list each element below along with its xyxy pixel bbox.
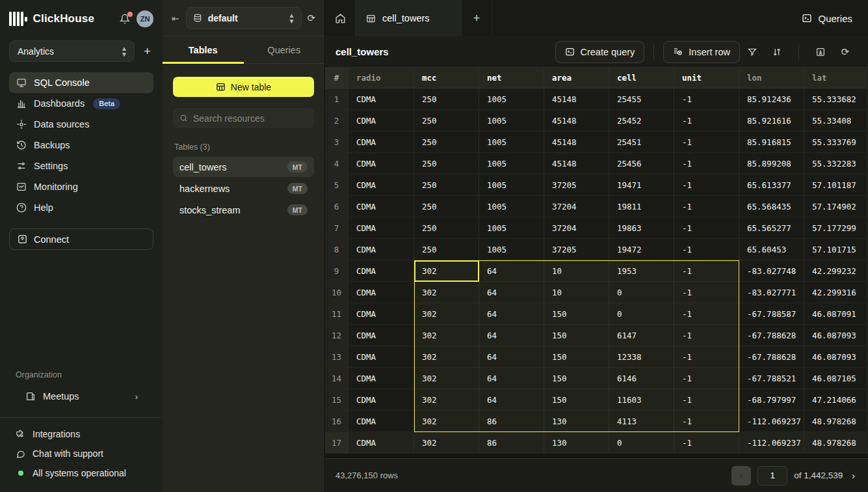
table-cell[interactable]: 64 — [479, 389, 544, 411]
add-service-button[interactable]: + — [141, 44, 153, 59]
service-selector[interactable]: Analytics ▲▼ — [9, 40, 135, 62]
table-list-item-stocks-stream[interactable]: stocks_stream MT — [173, 200, 314, 220]
table-cell[interactable]: CDMA — [349, 303, 414, 325]
connect-button[interactable]: Connect — [9, 228, 153, 250]
table-cell[interactable]: 57.101187 — [804, 174, 867, 196]
table-cell[interactable]: 1005 — [479, 110, 544, 131]
page-number-input[interactable] — [757, 466, 787, 485]
table-cell[interactable]: 1005 — [479, 196, 544, 217]
table-list-item-hackernews[interactable]: hackernews MT — [173, 178, 314, 198]
table-list-item-cell-towers[interactable]: cell_towers MT — [173, 157, 314, 177]
table-cell[interactable]: 64 — [479, 325, 544, 346]
table-cell[interactable]: -1 — [674, 89, 739, 110]
table-cell[interactable]: -67.788628 — [739, 346, 804, 368]
table-cell[interactable]: 302 — [414, 325, 479, 346]
table-cell[interactable]: CDMA — [349, 325, 414, 346]
table-cell[interactable]: 302 — [414, 282, 479, 303]
table-cell[interactable]: 86 — [479, 411, 544, 432]
table-cell[interactable]: 45148 — [544, 89, 609, 110]
table-cell[interactable]: 25455 — [609, 89, 674, 110]
table-cell[interactable]: 19811 — [609, 196, 674, 217]
table-cell[interactable]: 46.087093 — [804, 346, 867, 368]
database-selector[interactable]: default ▲▼ — [186, 7, 302, 29]
table-cell[interactable]: 25456 — [609, 153, 674, 174]
table-cell[interactable]: CDMA — [349, 89, 414, 110]
prev-page-button[interactable]: ‹ — [731, 466, 751, 485]
table-cell[interactable]: 150 — [544, 368, 609, 389]
column-header-unit[interactable]: unit — [674, 68, 739, 89]
table-cell[interactable]: 1005 — [479, 174, 544, 196]
table-cell[interactable]: CDMA — [349, 282, 414, 303]
tab-queries[interactable]: Queries — [244, 36, 325, 63]
table-cell[interactable]: 250 — [414, 110, 479, 131]
table-cell[interactable]: -68.797997 — [739, 389, 804, 411]
table-cell[interactable]: 57.174902 — [804, 196, 867, 217]
table-cell[interactable]: -1 — [674, 217, 739, 239]
table-cell[interactable]: 0 — [609, 282, 674, 303]
table-cell[interactable]: 57.101715 — [804, 239, 867, 260]
table-cell[interactable]: 130 — [544, 411, 609, 432]
column-header-cell[interactable]: cell — [609, 68, 674, 89]
add-tab-button[interactable]: + — [462, 0, 492, 36]
table-cell[interactable]: 302 — [414, 432, 479, 454]
table-cell[interactable]: 42.299232 — [804, 260, 867, 282]
column-header-mcc[interactable]: mcc — [414, 68, 479, 89]
table-cell[interactable]: 37204 — [544, 196, 609, 217]
table-cell[interactable]: CDMA — [349, 217, 414, 239]
table-cell[interactable]: CDMA — [349, 196, 414, 217]
table-cell[interactable]: 65.613377 — [739, 174, 804, 196]
avatar[interactable]: ZN — [137, 10, 153, 27]
table-cell[interactable]: CDMA — [349, 432, 414, 454]
table-cell[interactable]: 302 — [414, 260, 479, 282]
table-cell[interactable]: 85.899208 — [739, 153, 804, 174]
table-cell[interactable]: 150 — [544, 389, 609, 411]
table-cell[interactable]: -83.027748 — [739, 260, 804, 282]
table-cell[interactable]: 250 — [414, 89, 479, 110]
table-cell[interactable]: -1 — [674, 303, 739, 325]
table-cell[interactable]: 65.60453 — [739, 239, 804, 260]
table-cell[interactable]: 65.565277 — [739, 217, 804, 239]
table-cell[interactable]: CDMA — [349, 239, 414, 260]
table-cell[interactable]: 48.978268 — [804, 411, 867, 432]
column-header-area[interactable]: area — [544, 68, 609, 89]
table-cell[interactable]: -112.069237 — [739, 411, 804, 432]
sidebar-item-data-sources[interactable]: Data sources — [9, 114, 153, 135]
table-cell[interactable]: 150 — [544, 325, 609, 346]
table-cell[interactable]: -67.788628 — [739, 325, 804, 346]
table-cell[interactable]: -1 — [674, 368, 739, 389]
table-cell[interactable]: 1005 — [479, 217, 544, 239]
table-cell[interactable]: 250 — [414, 174, 479, 196]
table-cell[interactable]: CDMA — [349, 411, 414, 432]
notifications-bell-icon[interactable] — [120, 14, 130, 24]
table-cell[interactable]: -112.069237 — [739, 432, 804, 454]
column-header-rownum[interactable]: # — [325, 68, 349, 89]
collapse-panel-icon[interactable]: ⇤ — [172, 13, 179, 23]
table-cell[interactable]: 64 — [479, 282, 544, 303]
column-header-net[interactable]: net — [479, 68, 544, 89]
table-cell[interactable]: CDMA — [349, 174, 414, 196]
refresh-tables-icon[interactable]: ⟳ — [307, 12, 315, 24]
table-cell[interactable]: 48.978268 — [804, 432, 867, 454]
table-cell[interactable]: -1 — [674, 239, 739, 260]
create-query-button[interactable]: Create query — [555, 41, 645, 63]
table-cell[interactable]: CDMA — [349, 131, 414, 153]
refresh-icon[interactable]: ⟳ — [833, 41, 858, 63]
table-cell[interactable]: 55.33408 — [804, 110, 867, 131]
table-cell[interactable]: 302 — [414, 389, 479, 411]
table-cell[interactable]: 57.177299 — [804, 217, 867, 239]
column-header-lat[interactable]: lat — [804, 68, 867, 89]
table-cell[interactable]: CDMA — [349, 260, 414, 282]
table-cell[interactable]: 19863 — [609, 217, 674, 239]
table-cell[interactable]: 150 — [544, 346, 609, 368]
column-header-radio[interactable]: radio — [349, 68, 414, 89]
sidebar-item-help[interactable]: Help — [9, 197, 153, 218]
table-cell[interactable]: 25451 — [609, 131, 674, 153]
search-resources-box[interactable] — [173, 108, 314, 128]
table-cell[interactable]: 45148 — [544, 110, 609, 131]
table-cell[interactable]: -1 — [674, 389, 739, 411]
table-cell[interactable]: CDMA — [349, 389, 414, 411]
table-cell[interactable]: CDMA — [349, 110, 414, 131]
tab-tables[interactable]: Tables — [163, 36, 244, 63]
table-cell[interactable]: CDMA — [349, 346, 414, 368]
table-cell[interactable]: 250 — [414, 217, 479, 239]
